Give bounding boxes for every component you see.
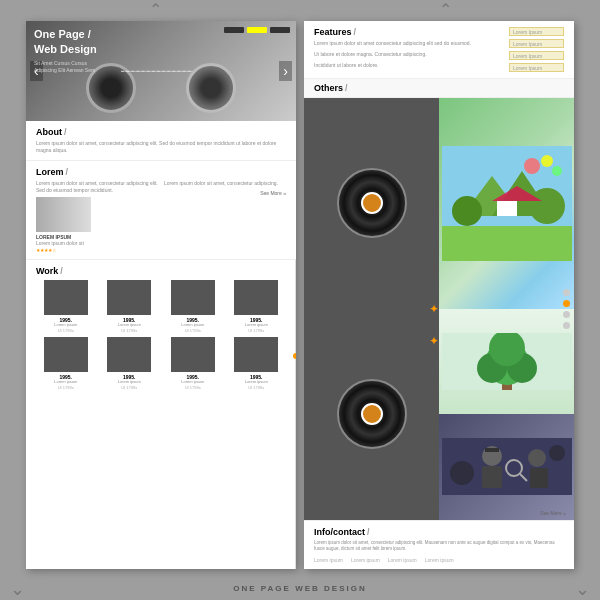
lorem-ipsum-sub: Lorem ipsum dolor sit xyxy=(36,240,158,247)
svg-rect-19 xyxy=(485,448,499,452)
features-text: Lorem ipsum dolor sit amet consectetur a… xyxy=(314,40,503,47)
svg-rect-24 xyxy=(530,468,548,488)
lorem-stars: ★★★★☆ xyxy=(36,247,158,253)
main-container: One Page / Web Design Sit Amet Cursus Cu… xyxy=(10,21,590,576)
work-section: Work 1995. Lorem ipsum UI 1799s 1995. Lo… xyxy=(26,260,296,569)
chevron-up-right-icon: ⌃ xyxy=(439,0,452,19)
features-right: Lorem Ipsum Lorem Ipsum Lorem Ipsum Lore… xyxy=(509,27,564,72)
work-tag: UI 1799s xyxy=(248,385,264,390)
work-title: Work xyxy=(36,266,286,276)
hero-circle-right xyxy=(186,63,236,113)
list-item: 1995. Lorem ipsum UI 1799s xyxy=(100,337,160,390)
chevron-down-left-icon: ⌄ xyxy=(10,578,25,600)
about-section: About Lorem ipsum dolor sit amet, consec… xyxy=(26,121,296,161)
list-item: 1995. Lorem ipsum UI 1799s xyxy=(227,280,287,333)
svg-rect-20 xyxy=(482,466,502,488)
list-item: 1995. Lorem ipsum UI 1799s xyxy=(36,337,96,390)
info-links: Lorem ipsum Lorem ipsum Lorem ipsum Lore… xyxy=(314,557,564,563)
work-orange-dot xyxy=(293,353,296,359)
hero-nav-2[interactable] xyxy=(247,27,267,33)
work-tag: UI 1799s xyxy=(185,328,201,333)
feature-box-label-2: Lorem Ipsum xyxy=(513,41,542,47)
info-link-2[interactable]: Lorem ipsum xyxy=(351,557,380,563)
side-dots xyxy=(563,289,570,329)
feature-box-label-4: Lorem Ipsum xyxy=(513,65,542,71)
right-page: Features Lorem ipsum dolor sit amet cons… xyxy=(304,21,574,569)
feature-box-label-1: Lorem Ipsum xyxy=(513,29,542,35)
star-marker-top: ✦ xyxy=(429,302,439,316)
lorem-left: Lorem ipsum dolor sit amet, consectetur … xyxy=(36,180,158,253)
work-tag: UI 1799s xyxy=(185,385,201,390)
lorem-image xyxy=(36,197,91,232)
lorem-section: Lorem Lorem ipsum dolor sit amet, consec… xyxy=(26,161,296,260)
work-thumb xyxy=(234,337,278,372)
hero-dashed-line xyxy=(121,71,201,72)
chevron-down-right-icon: ⌄ xyxy=(575,578,590,600)
svg-point-5 xyxy=(529,188,565,224)
lorem-image-inner xyxy=(36,197,91,232)
info-text: Lorem ipsum dolor sit amet, consectetur … xyxy=(314,540,564,554)
feature-box-3: Lorem Ipsum xyxy=(509,51,564,60)
lorem-left-text: Lorem ipsum dolor sit amet, consectetur … xyxy=(36,180,158,194)
about-title: About xyxy=(36,127,286,137)
media-grid: ✦ ✦ See More » xyxy=(304,98,574,520)
feature-box-2: Lorem Ipsum xyxy=(509,39,564,48)
tree-cell xyxy=(439,309,574,414)
feature-box-4: Lorem Ipsum xyxy=(509,63,564,72)
bottom-chevrons: ⌄ ONE PAGE WEB DESIGN ⌄ xyxy=(10,578,590,600)
info-title: Info/contact xyxy=(314,527,564,537)
hero-subtitle2: Adipiscing Elit Aenean Sem xyxy=(34,67,97,74)
bottom-right-grid xyxy=(439,309,574,520)
nature-cell xyxy=(439,98,574,309)
work-tag: UI 1799s xyxy=(58,385,74,390)
page-bottom-title: ONE PAGE WEB DESIGN xyxy=(25,578,575,600)
about-text: Lorem ipsum dolor sit amet, consectetur … xyxy=(36,140,286,154)
hero-nav xyxy=(224,27,290,33)
dot-4[interactable] xyxy=(563,322,570,329)
chevron-up-left-icon: ⌃ xyxy=(149,0,162,19)
hero-title: One Page / Web Design Sit Amet Cursus Cu… xyxy=(34,27,97,74)
list-item: 1995. Lorem ipsum UI 1799s xyxy=(227,337,287,390)
see-more-button[interactable]: See More » xyxy=(164,190,286,196)
work-thumb xyxy=(107,337,151,372)
lorem-title: Lorem xyxy=(36,167,286,177)
features-left: Features Lorem ipsum dolor sit amet cons… xyxy=(314,27,503,72)
lorem-right: Lorem ipsum dolor sit amet, consectetur … xyxy=(164,180,286,253)
work-thumb xyxy=(171,280,215,315)
work-thumb xyxy=(234,280,278,315)
features-title: Features xyxy=(314,27,503,37)
vinyl-record-2 xyxy=(337,379,407,449)
lorem-content: Lorem ipsum dolor sit amet, consectetur … xyxy=(36,180,286,253)
dot-2[interactable] xyxy=(563,300,570,307)
dot-1[interactable] xyxy=(563,289,570,296)
svg-point-8 xyxy=(524,158,540,174)
info-link-1[interactable]: Lorem ipsum xyxy=(314,557,343,563)
hero-arrow-right-icon[interactable]: › xyxy=(279,61,292,81)
work-tag: UI 1799s xyxy=(121,328,137,333)
right-see-more[interactable]: See More » xyxy=(540,510,566,516)
work-tag: UI 1799s xyxy=(121,385,137,390)
work-thumb xyxy=(107,280,151,315)
svg-point-10 xyxy=(552,166,562,176)
top-chevrons: ⌃ ⌃ xyxy=(10,0,590,19)
feature-box-1: Lorem Ipsum xyxy=(509,27,564,36)
svg-point-4 xyxy=(452,196,482,226)
work-tag: UI 1799s xyxy=(248,328,264,333)
info-link-4[interactable]: Lorem ipsum xyxy=(425,557,454,563)
others-title: Others/ xyxy=(314,83,564,93)
star-marker-bottom: ✦ xyxy=(429,334,439,348)
hero-nav-3[interactable] xyxy=(270,27,290,33)
nature-scene-svg xyxy=(442,146,572,261)
dot-3[interactable] xyxy=(563,311,570,318)
svg-point-9 xyxy=(541,155,553,167)
work-thumb xyxy=(44,337,88,372)
bottom-area: ⌄ ONE PAGE WEB DESIGN ⌄ xyxy=(10,576,590,600)
hero-nav-1[interactable] xyxy=(224,27,244,33)
info-link-3[interactable]: Lorem ipsum xyxy=(388,557,417,563)
work-tag: UI 1799s xyxy=(58,328,74,333)
lorem-right-text: Lorem ipsum dolor sit amet, consectetur … xyxy=(164,180,286,187)
hero-main-title2: Web Design xyxy=(34,42,97,57)
features-subtext: Ut labore et dolore magna. Consectetur a… xyxy=(314,51,503,58)
svg-rect-1 xyxy=(442,226,572,261)
svg-point-23 xyxy=(528,449,546,467)
